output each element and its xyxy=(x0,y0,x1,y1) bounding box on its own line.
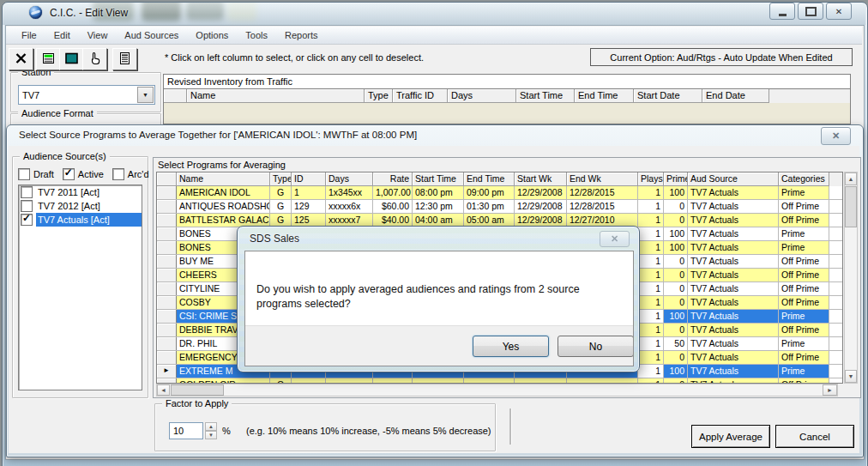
cell-categories[interactable]: Prime xyxy=(779,227,829,240)
cell-name[interactable]: AMERICAN IDOL xyxy=(177,186,270,199)
column-header-start_wk[interactable]: Start Wk xyxy=(515,172,567,186)
program-row[interactable]: ANTIQUES ROADSHOWG129xxxxx6x$60.0012:30 … xyxy=(157,200,842,214)
yes-button[interactable]: Yes xyxy=(473,336,549,357)
cell-start_time[interactable]: 04:00 am xyxy=(413,214,464,227)
cell-days[interactable]: xxxxx6x xyxy=(326,200,373,213)
cell-categories[interactable]: Off Prime xyxy=(779,200,829,213)
cell-aud_source[interactable]: TV7 Actuals xyxy=(688,186,779,199)
cell-end_time[interactable]: 09:00 pm xyxy=(464,186,515,199)
cell-categories[interactable]: Prime xyxy=(779,365,829,378)
traffic-column-name[interactable]: Name xyxy=(187,89,365,103)
horizontal-scrollbar[interactable]: ◄ ► xyxy=(156,384,838,396)
toolbar-button-delete-x-icon[interactable] xyxy=(9,48,33,70)
traffic-column-days[interactable]: Days xyxy=(448,89,516,103)
checkbox-draft-unchecked[interactable] xyxy=(18,168,30,180)
cell-categories[interactable]: Off Prime xyxy=(779,269,829,281)
toolbar-button-form-icon[interactable] xyxy=(112,48,137,70)
column-header-id[interactable]: ID xyxy=(292,172,326,186)
menu-item-tools[interactable]: Tools xyxy=(237,28,276,42)
cell-prime[interactable]: 0 xyxy=(664,269,688,281)
cell-name[interactable]: BATTLESTAR GALACT xyxy=(177,214,270,227)
cell-id[interactable]: 1 xyxy=(292,186,326,199)
source-list-item[interactable]: TV7 2012 [Act] xyxy=(19,199,142,213)
cell-id[interactable]: 125 xyxy=(292,214,326,227)
cell-start_wk[interactable]: 12/29/2008 xyxy=(515,200,567,213)
no-button[interactable]: No xyxy=(558,336,634,357)
cell-start_time[interactable]: 12:30 pm xyxy=(413,200,464,213)
factor-input[interactable]: 10 xyxy=(169,422,203,439)
cell-prime[interactable]: 100 xyxy=(664,310,688,323)
cell-plays[interactable]: 1 xyxy=(638,241,664,254)
menu-item-view[interactable]: View xyxy=(79,28,117,42)
menu-item-edit[interactable]: Edit xyxy=(45,28,79,42)
cell-plays[interactable]: 1 xyxy=(638,186,664,199)
cell-aud_source[interactable]: TV7 Actuals xyxy=(688,351,779,364)
column-header-end_time[interactable]: End Time xyxy=(464,172,515,186)
cell-plays[interactable]: 1 xyxy=(638,351,664,364)
row-selector-cell[interactable] xyxy=(157,269,177,281)
toolbar-button-screen-icon[interactable] xyxy=(59,48,84,70)
cell-prime[interactable]: 0 xyxy=(664,351,688,364)
menu-item-reports[interactable]: Reports xyxy=(276,28,327,42)
maximize-button[interactable] xyxy=(798,3,823,20)
cell-aud_source[interactable]: TV7 Actuals xyxy=(688,365,779,378)
cell-name[interactable]: ANTIQUES ROADSHOW xyxy=(177,200,270,213)
checkbox-arc-d-unchecked[interactable] xyxy=(112,168,124,180)
filter-active[interactable]: Active xyxy=(63,168,104,180)
row-selector-cell[interactable] xyxy=(157,227,177,240)
cell-categories[interactable]: Off Prime xyxy=(779,296,829,309)
checkbox-source-checked[interactable] xyxy=(21,214,33,226)
cell-plays[interactable]: 1 xyxy=(638,200,664,213)
cell-categories[interactable]: Off Prime xyxy=(779,282,829,295)
source-list-item[interactable]: TV7 2011 [Act] xyxy=(19,185,142,199)
row-selector-cell[interactable] xyxy=(157,282,177,295)
cell-aud_source[interactable]: TV7 Actuals xyxy=(688,282,779,295)
row-selector-cell[interactable] xyxy=(157,241,177,254)
dialog-close-button[interactable]: ✕ xyxy=(821,127,851,145)
cell-type[interactable]: G xyxy=(270,214,292,227)
cell-end_time[interactable]: 05:00 am xyxy=(464,214,515,227)
cell-aud_source[interactable]: TV7 Actuals xyxy=(688,324,779,336)
cell-categories[interactable]: Prime xyxy=(779,337,829,350)
traffic-column-type[interactable]: Type xyxy=(365,89,393,103)
row-selector-cell[interactable] xyxy=(157,296,177,309)
column-header-days[interactable]: Days xyxy=(326,172,373,186)
traffic-column-start-time[interactable]: Start Time xyxy=(516,89,575,103)
cell-plays[interactable]: 1 xyxy=(638,255,664,268)
cell-categories[interactable]: Off Prime xyxy=(779,324,829,336)
cell-prime[interactable]: 0 xyxy=(664,255,688,268)
column-header-type[interactable]: Type xyxy=(270,172,292,186)
cell-type[interactable]: G xyxy=(270,186,292,199)
cell-categories[interactable]: Off Prime xyxy=(779,214,829,227)
cell-categories[interactable]: Prime xyxy=(779,241,829,254)
row-selector-cell[interactable] xyxy=(157,351,177,364)
menu-item-aud-sources[interactable]: Aud Sources xyxy=(116,28,187,42)
cell-type[interactable]: G xyxy=(270,200,292,213)
cell-end_wk[interactable]: 12/28/2015 xyxy=(567,186,638,199)
cell-aud_source[interactable]: TV7 Actuals xyxy=(688,241,779,254)
row-selector-cell[interactable] xyxy=(157,324,177,336)
column-header-end_wk[interactable]: End Wk xyxy=(567,172,638,186)
close-button[interactable]: ✕ xyxy=(826,3,852,20)
program-row[interactable]: AMERICAN IDOLG11x345xx1,007.0008:00 pm09… xyxy=(157,186,842,200)
column-header-prime[interactable]: Prime xyxy=(664,172,688,186)
cell-plays[interactable]: 1 xyxy=(638,337,664,350)
menu-item-options[interactable]: Options xyxy=(187,28,237,42)
cell-categories[interactable]: Prime xyxy=(779,310,829,323)
row-selector-cell[interactable] xyxy=(157,310,177,323)
cell-plays[interactable]: 1 xyxy=(638,324,664,336)
cell-plays[interactable]: 1 xyxy=(638,310,664,323)
cell-plays[interactable]: 1 xyxy=(638,214,664,227)
vertical-scroll-thumb[interactable] xyxy=(845,186,857,227)
cell-aud_source[interactable]: TV7 Actuals xyxy=(688,310,779,323)
cell-rate[interactable]: $60.00 xyxy=(373,200,413,213)
column-header-categories[interactable]: Categories xyxy=(779,172,829,186)
menu-item-file[interactable]: File xyxy=(13,28,45,42)
cell-prime[interactable]: 0 xyxy=(664,200,688,213)
row-selector-cell[interactable] xyxy=(157,337,177,350)
cell-categories[interactable]: Prime xyxy=(779,186,829,199)
cell-plays[interactable]: 1 xyxy=(638,365,664,378)
checkbox-source-unchecked[interactable] xyxy=(21,186,33,198)
cell-end_wk[interactable]: 12/27/2010 xyxy=(567,214,638,227)
cell-aud_source[interactable]: TV7 Actuals xyxy=(688,227,779,240)
